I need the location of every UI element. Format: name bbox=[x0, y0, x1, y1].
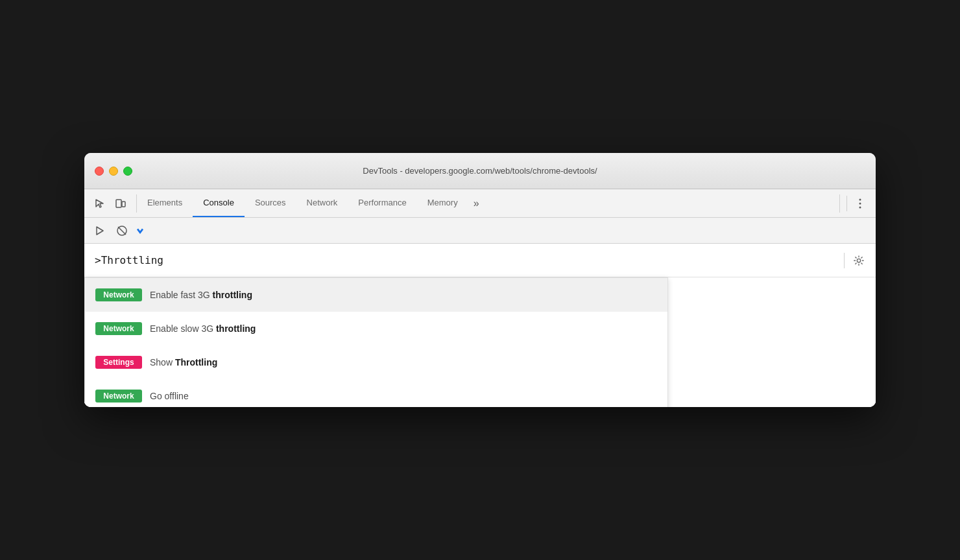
devtools-window: DevTools - developers.google.com/web/too… bbox=[84, 153, 876, 407]
tab-elements[interactable]: Elements bbox=[137, 189, 193, 217]
more-options-button[interactable] bbox=[851, 194, 869, 213]
menu-item-text-go-offline: Go offline bbox=[150, 391, 189, 401]
svg-point-2 bbox=[859, 198, 861, 200]
command-dropdown: Network Enable fast 3G throttling Networ… bbox=[84, 277, 668, 407]
tab-performance[interactable]: Performance bbox=[348, 189, 416, 217]
tab-memory[interactable]: Memory bbox=[417, 189, 468, 217]
play-button[interactable] bbox=[91, 222, 109, 240]
secondary-toolbar bbox=[84, 218, 876, 244]
tab-sources[interactable]: Sources bbox=[245, 189, 296, 217]
menu-item-fast3g[interactable]: Network Enable fast 3G throttling bbox=[85, 278, 667, 312]
tabs-area: Elements Console Sources Network Perform… bbox=[137, 189, 839, 217]
toolbar-right bbox=[839, 194, 876, 213]
menu-item-go-offline[interactable]: Network Go offline bbox=[85, 379, 667, 407]
svg-point-8 bbox=[857, 259, 860, 262]
svg-point-4 bbox=[859, 206, 861, 208]
svg-marker-5 bbox=[97, 227, 103, 235]
menu-item-slow3g[interactable]: Network Enable slow 3G throttling bbox=[85, 312, 667, 345]
main-toolbar: Elements Console Sources Network Perform… bbox=[84, 189, 876, 218]
stop-button[interactable] bbox=[113, 222, 131, 240]
devtools-panel: Elements Console Sources Network Perform… bbox=[84, 189, 876, 407]
expand-chevron-icon[interactable] bbox=[135, 226, 145, 236]
minimize-button[interactable] bbox=[109, 167, 118, 176]
menu-item-text-show-throttling: Show Throttling bbox=[150, 357, 217, 368]
settings-gear-button[interactable] bbox=[850, 251, 868, 270]
svg-rect-1 bbox=[122, 202, 125, 207]
more-tabs-button[interactable]: » bbox=[468, 189, 485, 217]
fullscreen-button[interactable] bbox=[123, 167, 132, 176]
menu-item-text-slow3g: Enable slow 3G throttling bbox=[150, 323, 256, 334]
badge-network-2: Network bbox=[95, 322, 142, 335]
menu-item-show-throttling[interactable]: Settings Show Throttling bbox=[85, 345, 667, 379]
inspect-element-button[interactable] bbox=[91, 194, 109, 213]
window-title: DevTools - developers.google.com/web/too… bbox=[363, 166, 597, 176]
badge-settings-1: Settings bbox=[95, 356, 142, 369]
svg-rect-0 bbox=[116, 200, 121, 207]
command-input-text[interactable]: >Throttling bbox=[95, 254, 163, 266]
traffic-lights bbox=[84, 167, 132, 176]
device-toolbar-button[interactable] bbox=[112, 194, 130, 213]
menu-item-text-fast3g: Enable fast 3G throttling bbox=[150, 290, 252, 300]
badge-network-3: Network bbox=[95, 390, 142, 402]
title-bar: DevTools - developers.google.com/web/too… bbox=[84, 153, 876, 189]
badge-network-1: Network bbox=[95, 288, 142, 301]
svg-line-7 bbox=[118, 227, 126, 235]
command-input-bar: >Throttling bbox=[84, 244, 876, 277]
command-area: >Throttling Network Enable fast 3G throt… bbox=[84, 244, 876, 407]
tab-console[interactable]: Console bbox=[193, 189, 245, 217]
tab-network[interactable]: Network bbox=[296, 189, 348, 217]
svg-point-3 bbox=[859, 202, 861, 204]
toolbar-separator bbox=[846, 196, 847, 211]
input-separator bbox=[844, 253, 845, 268]
toolbar-left-icons bbox=[84, 194, 137, 213]
close-button[interactable] bbox=[95, 167, 104, 176]
